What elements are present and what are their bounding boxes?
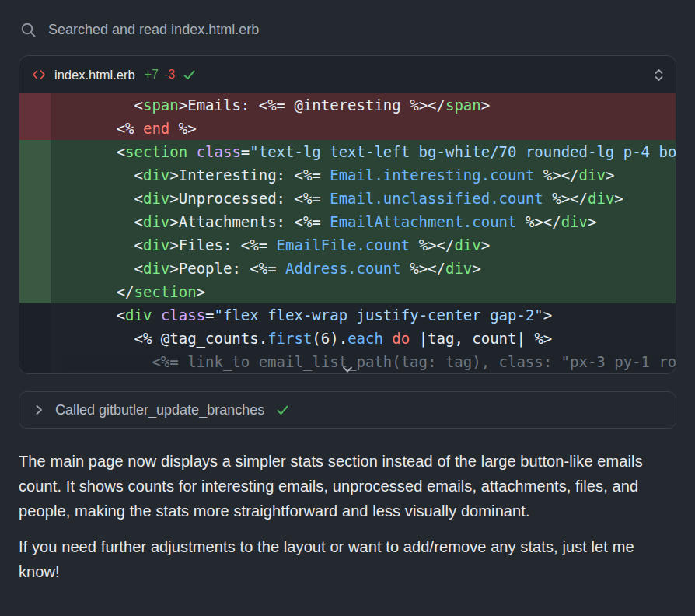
diff-additions: +7 xyxy=(145,68,159,82)
diff-line: <div>People: <%= Address.count %></div> xyxy=(19,257,676,280)
diff-line-gutter xyxy=(19,350,51,373)
diff-line: <div>Files: <%= EmailFile.count %></div> xyxy=(19,233,676,257)
diff-line: <div>Attachments: <%= EmailAttachment.co… xyxy=(19,210,676,233)
chevron-right-icon xyxy=(34,404,44,416)
diff-line: <% end %> xyxy=(19,117,676,140)
diff-line: </section> xyxy=(19,280,676,303)
message-paragraph: The main page now displays a simpler sta… xyxy=(19,449,676,523)
diff-line-gutter xyxy=(19,117,51,140)
tool-call-row[interactable]: Called gitbutler_update_branches xyxy=(19,391,676,429)
diff-line-gutter xyxy=(19,303,51,327)
code-icon xyxy=(32,68,46,81)
diff-line-gutter xyxy=(19,187,51,210)
search-icon xyxy=(20,22,37,38)
diff-deletions: -3 xyxy=(164,68,175,82)
diff-line-gutter xyxy=(19,140,51,163)
diff-line-gutter xyxy=(19,93,51,117)
tool-call-label: Called gitbutler_update_branches xyxy=(55,402,264,418)
diff-line: <div class="flex flex-wrap justify-cente… xyxy=(19,303,676,327)
diff-line: <div>Interesting: <%= Email.interesting.… xyxy=(19,163,676,187)
diff-line-gutter xyxy=(19,163,51,187)
diff-line: <% @tag_counts.first(6).each do |tag, co… xyxy=(19,327,676,350)
status-line: Searched and read index.html.erb xyxy=(20,22,676,38)
diff-line: <span>Emails: <%= @interesting %></span> xyxy=(19,93,676,117)
unfold-icon[interactable] xyxy=(653,67,665,83)
diff-line-gutter xyxy=(19,280,51,303)
expand-chevron-icon[interactable] xyxy=(341,365,354,374)
check-icon xyxy=(276,404,289,416)
diff-code: <span>Emails: <%= @interesting %></span>… xyxy=(19,93,676,373)
check-icon xyxy=(183,69,196,81)
diff-line: <section class="text-lg text-left bg-whi… xyxy=(19,140,676,163)
diff-line: <div>Unprocessed: <%= Email.unclassified… xyxy=(19,187,676,210)
diff-line-gutter xyxy=(19,233,51,257)
diff-line-gutter xyxy=(19,327,51,350)
message-paragraph: If you need further adjustments to the l… xyxy=(19,534,676,584)
chat-message: Searched and read index.html.erb index.h… xyxy=(0,0,695,584)
diff-filename: index.html.erb xyxy=(54,68,135,82)
status-text: Searched and read index.html.erb xyxy=(48,22,259,38)
diff-header[interactable]: index.html.erb +7 -3 xyxy=(19,56,676,93)
diff-line-gutter xyxy=(19,210,51,233)
diff-line-gutter xyxy=(19,257,51,280)
diff-panel: index.html.erb +7 -3 <span>Emails: <%= @… xyxy=(19,55,676,374)
